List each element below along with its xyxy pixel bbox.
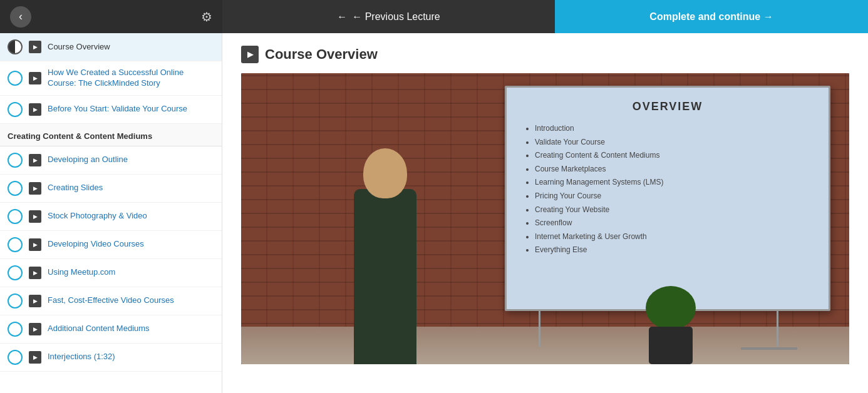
plant [643,289,699,364]
screen-list-item: Screenflow [535,217,813,230]
check-circle [8,181,23,196]
person-body [354,189,416,364]
sidebar-item-developing-outline[interactable]: ▶ Developing an Outline [0,146,222,175]
screen-list-item: Validate Your Course [535,136,813,150]
video-icon: ▶ [29,267,41,279]
screen-list-item: Creating Your Website [535,203,813,217]
sidebar-item-clickminded[interactable]: ▶ How We Created a Successful Online Cou… [0,61,222,96]
video-scene: OVERVIEW Introduction Validate Your Cour… [241,73,849,364]
check-circle [8,265,23,280]
sidebar-item-additional-content[interactable]: ▶ Additional Content Mediums [0,315,222,344]
projector-screen: OVERVIEW Introduction Validate Your Cour… [505,86,830,311]
check-circle [8,237,23,252]
person-head [363,148,407,198]
content-title-text: Course Overview [265,46,378,63]
sidebar-item-creating-slides[interactable]: ▶ Creating Slides [0,175,222,203]
sidebar-item-label: Fast, Cost-Effective Video Courses [48,295,174,306]
content-area: ▶ Course Overview OVERVIEW Introduction … [222,33,868,393]
check-circle [8,293,23,309]
content-title: ▶ Course Overview [241,46,849,63]
sidebar-item-validate[interactable]: ▶ Before You Start: Validate Your Course [0,96,222,124]
screen-base [741,347,797,350]
sidebar-item-fast-video[interactable]: ▶ Fast, Cost-Effective Video Courses [0,287,222,315]
plant-leaves [646,286,696,330]
video-icon: ▶ [29,351,41,364]
sidebar-item-course-overview[interactable]: ▶ Course Overview [0,33,222,61]
video-icon: ▶ [29,182,41,195]
person-figure [316,101,454,364]
title-video-icon: ▶ [241,46,259,63]
screen-list-item: Introduction [535,122,813,136]
sidebar-item-label: Stock Photography & Video [48,211,147,222]
section2-label: Creating Content & Content Mediums [8,131,152,141]
back-button[interactable]: ‹ [10,6,31,28]
video-icon: ▶ [29,154,41,166]
sidebar-item-interjections[interactable]: ▶ Interjections (1:32) [0,344,222,372]
sidebar-item-label: Additional Content Mediums [48,324,150,334]
check-circle [8,71,23,86]
video-icon: ▶ [29,238,41,251]
sidebar-item-label: Course Overview [48,42,110,53]
video-icon: ▶ [29,103,41,116]
screen-stand-right [539,309,540,347]
prev-arrow-icon: ← [337,11,347,23]
video-player[interactable]: OVERVIEW Introduction Validate Your Cour… [241,73,849,364]
screen-list-item: Everything Else [535,243,813,257]
main-layout: ▶ Course Overview ▶ How We Created a Suc… [0,33,868,393]
screen-list-item: Creating Content & Content Mediums [535,149,813,163]
sidebar-item-label: Developing an Outline [48,155,128,165]
check-circle [8,350,23,365]
previous-lecture-button[interactable]: ← ← Previous Lecture [222,0,555,33]
nav-left-panel: ‹ ⚙ [0,0,222,33]
sidebar-item-label: Using Meetup.com [48,267,115,278]
video-icon: ▶ [29,210,41,223]
sidebar: ▶ Course Overview ▶ How We Created a Suc… [0,33,222,393]
sidebar-item-label: Developing Video Courses [48,239,144,250]
video-icon: ▶ [29,295,41,307]
screen-stand-left [777,309,778,347]
plant-pot [649,327,693,364]
check-circle [8,153,23,168]
sidebar-item-developing-video[interactable]: ▶ Developing Video Courses [0,231,222,259]
check-circle [8,102,23,117]
sidebar-item-label: Creating Slides [48,183,103,193]
complete-continue-button[interactable]: Complete and continue → [555,0,868,33]
screen-list-item: Internet Marketing & User Growth [535,230,813,244]
sidebar-item-label: Before You Start: Validate Your Course [48,104,187,115]
check-circle [8,322,23,337]
section2-header: Creating Content & Content Mediums [0,124,222,146]
prev-lecture-label: ← Previous Lecture [352,11,440,23]
sidebar-item-label: Interjections (1:32) [48,352,115,362]
video-icon: ▶ [29,72,41,84]
sidebar-item-using-meetup[interactable]: ▶ Using Meetup.com [0,259,222,287]
complete-label: Complete and continue → [649,11,773,23]
top-nav: ‹ ⚙ ← ← Previous Lecture Complete and co… [0,0,868,33]
screen-list-item: Learning Management Systems (LMS) [535,176,813,190]
check-circle-half [8,39,23,54]
sidebar-item-label: How We Created a Successful Online Cours… [48,68,214,89]
gear-button[interactable]: ⚙ [201,9,212,24]
screen-title: OVERVIEW [522,100,813,113]
video-icon: ▶ [29,323,41,335]
video-icon: ▶ [29,41,41,53]
screen-list-item: Pricing Your Course [535,190,813,203]
check-circle [8,209,23,224]
sidebar-item-stock-photo[interactable]: ▶ Stock Photography & Video [0,203,222,231]
screen-list: Introduction Validate Your Course Creati… [522,122,813,257]
screen-list-item: Course Marketplaces [535,163,813,176]
